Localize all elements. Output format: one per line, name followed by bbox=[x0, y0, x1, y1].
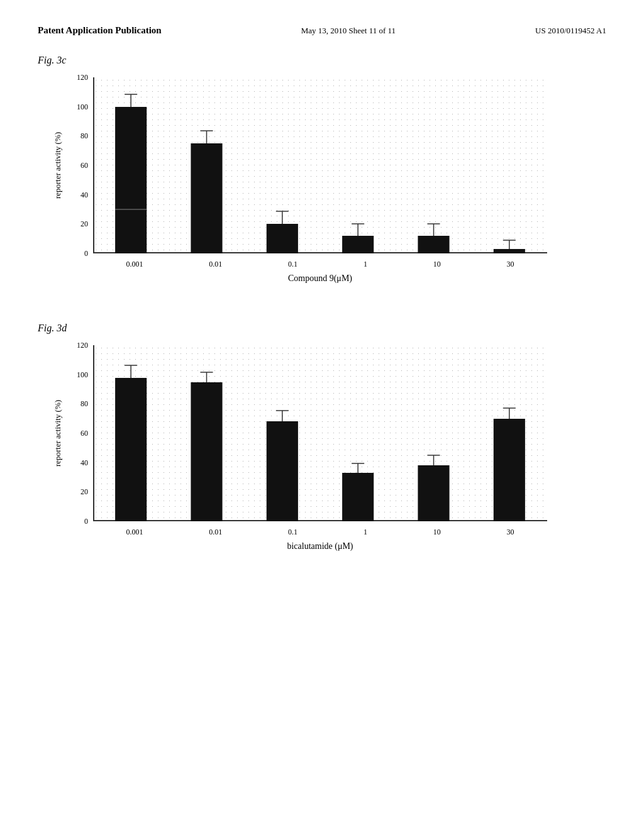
bar-3c-2 bbox=[267, 224, 298, 253]
bar-3d-2 bbox=[267, 421, 298, 521]
figure-3c-label: Fig. 3c bbox=[38, 55, 606, 66]
x-axis-title-3c: Compound 9(μM) bbox=[93, 274, 547, 284]
x-tick-30-3c: 30 bbox=[507, 260, 514, 269]
y-axis-label-3d: reporter activity (%) bbox=[50, 345, 66, 521]
bar-3d-4 bbox=[418, 465, 449, 521]
y-ticks-3c: 120 100 80 60 40 20 0 bbox=[68, 77, 92, 253]
bars-svg-3c bbox=[93, 77, 547, 253]
x-tick-1-3c: 1 bbox=[364, 260, 367, 269]
y-tick-0-3d: 0 bbox=[84, 517, 88, 526]
x-tick-10-3c: 10 bbox=[433, 260, 441, 269]
y-tick-60-3d: 60 bbox=[80, 429, 88, 438]
figure-3c-section: Fig. 3c reporter activity (%) 120 100 80… bbox=[0, 48, 644, 285]
y-tick-80-3c: 80 bbox=[80, 131, 88, 141]
x-tick-01-3c: 0.1 bbox=[288, 260, 297, 269]
header-date-sheet: May 13, 2010 Sheet 11 of 11 bbox=[301, 26, 396, 36]
section-gap bbox=[0, 285, 644, 316]
bar-3c-3 bbox=[342, 236, 374, 253]
bar-3d-1 bbox=[191, 382, 222, 521]
x-tick-10-3d: 10 bbox=[433, 528, 441, 537]
chart-3c: reporter activity (%) 120 100 80 60 40 2… bbox=[50, 71, 566, 285]
bar-3c-1 bbox=[191, 143, 222, 253]
header-patent-number: US 2010/0119452 A1 bbox=[535, 26, 606, 36]
x-tick-001-3c: 0.01 bbox=[209, 260, 222, 269]
x-axis-title-3d: bicalutamide (μM) bbox=[93, 541, 547, 551]
bar-3c-0 bbox=[115, 107, 147, 253]
x-tick-0001-3d: 0.001 bbox=[126, 528, 143, 537]
header-publication-type: Patent Application Publication bbox=[38, 25, 162, 36]
y-ticks-3d: 120 100 80 60 40 20 0 bbox=[68, 345, 92, 521]
x-tick-01-3d: 0.1 bbox=[288, 528, 297, 537]
y-tick-120-3d: 120 bbox=[77, 341, 88, 350]
y-tick-60-3c: 60 bbox=[80, 161, 88, 170]
figure-3d-label: Fig. 3d bbox=[38, 323, 606, 334]
bar-3c-5 bbox=[494, 249, 525, 253]
x-tick-1-3d: 1 bbox=[364, 528, 367, 537]
bar-3d-3 bbox=[342, 473, 374, 521]
y-tick-40-3d: 40 bbox=[80, 458, 88, 467]
y-tick-100-3c: 100 bbox=[77, 102, 88, 111]
x-tick-0001-3c: 0.001 bbox=[126, 260, 143, 269]
y-axis-text-3c: reporter activity (%) bbox=[53, 132, 64, 199]
bar-3c-4 bbox=[418, 236, 449, 253]
y-tick-20-3d: 20 bbox=[80, 487, 88, 497]
y-tick-20-3c: 20 bbox=[80, 219, 88, 229]
x-ticks-3d: 0.001 0.01 0.1 1 10 30 bbox=[93, 528, 547, 537]
page-header: Patent Application Publication May 13, 2… bbox=[0, 0, 644, 48]
bars-svg-3d bbox=[93, 345, 547, 521]
y-tick-40-3c: 40 bbox=[80, 190, 88, 199]
bar-3d-5 bbox=[494, 419, 525, 521]
figure-3d-section: Fig. 3d reporter activity (%) 120 100 80… bbox=[0, 316, 644, 553]
x-tick-001-3d: 0.01 bbox=[209, 528, 222, 537]
y-tick-0-3c: 0 bbox=[84, 249, 88, 258]
y-tick-100-3d: 100 bbox=[77, 370, 88, 379]
x-tick-30-3d: 30 bbox=[507, 528, 514, 537]
y-tick-120-3c: 120 bbox=[77, 73, 88, 82]
x-ticks-3c: 0.001 0.01 0.1 1 10 30 bbox=[93, 260, 547, 269]
y-tick-80-3d: 80 bbox=[80, 399, 88, 409]
y-axis-text-3d: reporter activity (%) bbox=[53, 400, 64, 467]
y-axis-label-3c: reporter activity (%) bbox=[50, 77, 66, 253]
bar-3d-0 bbox=[115, 378, 147, 521]
chart-3d: reporter activity (%) 120 100 80 60 40 2… bbox=[50, 339, 566, 553]
